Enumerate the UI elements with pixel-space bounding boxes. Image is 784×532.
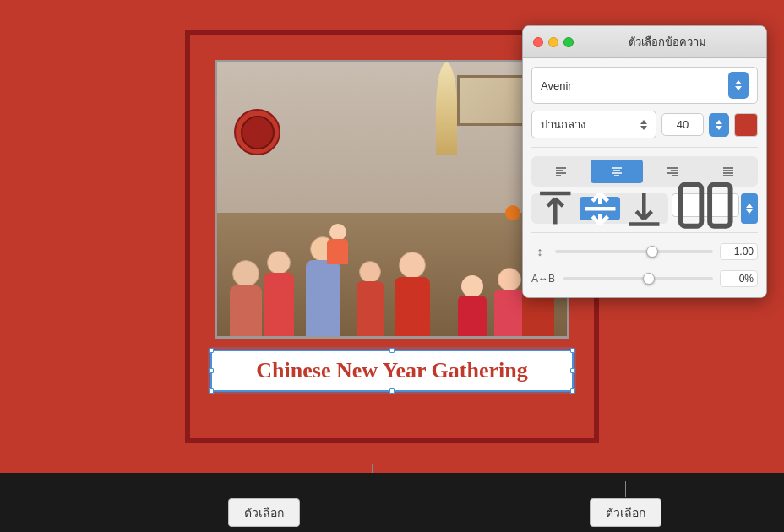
valign-row <box>531 193 668 224</box>
callout-area: ตัวเลือก ตัวเลือก <box>0 473 784 532</box>
figure-9 <box>458 275 487 336</box>
weight-up[interactable] <box>640 120 647 124</box>
handle-bc[interactable] <box>389 388 395 394</box>
valign-bottom-btn[interactable] <box>623 197 665 220</box>
valign-middle-btn[interactable] <box>580 197 621 220</box>
panel-body: Avenir ปานกลาง 40 <box>523 58 766 297</box>
svg-rect-31 <box>680 184 701 225</box>
minimize-button[interactable] <box>548 37 558 47</box>
columns-up[interactable] <box>746 204 753 208</box>
line-spacing-icon: ↕ <box>531 245 548 258</box>
size-up[interactable] <box>716 120 722 124</box>
divider-2 <box>531 232 758 233</box>
callout-right-label: ตัวเลือก <box>590 498 662 527</box>
svg-rect-32 <box>710 184 731 225</box>
valign-top-btn[interactable] <box>535 197 576 220</box>
callout-left-label: ตัวเลือก <box>228 498 300 527</box>
callout-left: ตัวเลือก <box>228 481 300 527</box>
handle-tr[interactable] <box>570 348 575 353</box>
panel-titlebar: ตัวเลือกข้อความ <box>523 26 766 58</box>
font-stepper[interactable] <box>728 72 749 99</box>
figure-4 <box>327 224 348 264</box>
font-stepper-down[interactable] <box>735 86 742 90</box>
photo-frame <box>215 60 569 339</box>
panel-title: ตัวเลือกข้อความ <box>579 33 756 51</box>
handle-tl[interactable] <box>209 348 214 353</box>
line-spacing-thumb[interactable] <box>646 246 658 258</box>
size-down[interactable] <box>716 126 722 130</box>
line-spacing-value[interactable]: 1.00 <box>720 243 758 260</box>
line-spacing-row: ↕ 1.00 <box>531 242 758 262</box>
text-selector-panel: ตัวเลือกข้อความ Avenir ปานกลาง 40 <box>522 25 767 298</box>
figure-2 <box>264 251 294 336</box>
font-name: Avenir <box>541 79 572 92</box>
char-spacing-row: A↔B 0% <box>531 269 758 289</box>
char-spacing-label: A↔B <box>531 273 557 285</box>
weight-size-row: ปานกลาง 40 <box>531 111 758 138</box>
weight-selector[interactable]: ปานกลาง <box>531 111 656 138</box>
font-selector[interactable]: Avenir <box>531 67 758 104</box>
weight-label: ปานกลาง <box>541 116 585 133</box>
valign-and-columns-row <box>531 193 758 224</box>
handle-bl[interactable] <box>209 388 214 394</box>
char-spacing-thumb[interactable] <box>643 273 655 285</box>
divider-1 <box>531 147 758 148</box>
size-input[interactable]: 40 <box>662 113 704 136</box>
figure-1 <box>230 260 262 336</box>
callout-right: ตัวเลือก <box>590 481 662 527</box>
handle-mr[interactable] <box>570 368 575 373</box>
maximize-button[interactable] <box>564 37 574 47</box>
title-text: Chinese New Year Gathering <box>256 358 527 383</box>
handle-tc[interactable] <box>389 348 395 353</box>
callout-right-line <box>625 481 626 497</box>
column-btn[interactable] <box>672 193 739 217</box>
char-spacing-value[interactable]: 0% <box>720 270 758 287</box>
close-button[interactable] <box>533 37 543 47</box>
align-center-btn[interactable] <box>591 160 643 183</box>
handle-br[interactable] <box>570 388 575 394</box>
figure-6 <box>395 252 430 336</box>
font-stepper-up[interactable] <box>735 80 742 84</box>
weight-stepper[interactable] <box>640 120 647 130</box>
columns-area <box>672 193 758 224</box>
title-textbox[interactable]: Chinese New Year Gathering <box>210 350 574 392</box>
char-spacing-track[interactable] <box>564 277 713 280</box>
columns-down[interactable] <box>746 209 753 214</box>
align-left-btn[interactable] <box>535 160 587 183</box>
size-stepper[interactable] <box>709 113 729 137</box>
callout-left-line <box>264 481 264 497</box>
handle-ml[interactable] <box>209 368 214 373</box>
weight-down[interactable] <box>640 126 647 130</box>
line-spacing-track[interactable] <box>555 250 713 253</box>
columns-stepper[interactable] <box>741 193 758 224</box>
font-row: Avenir <box>531 67 758 104</box>
figure-5 <box>357 261 384 336</box>
figure-7 <box>494 268 525 336</box>
color-swatch[interactable] <box>734 113 758 137</box>
